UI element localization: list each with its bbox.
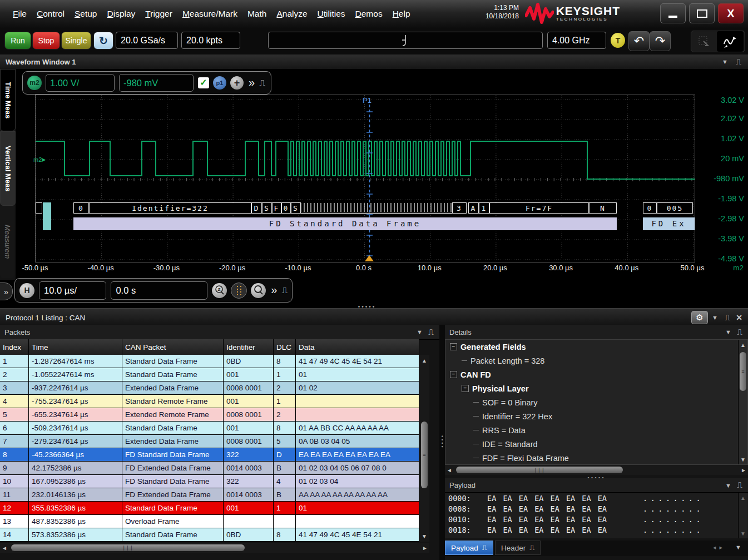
h-more-chevron[interactable]: »	[271, 284, 277, 296]
payload-scroll-up-icon[interactable]: ▲	[739, 493, 747, 502]
tree-item[interactable]: SOF = 0 Binary	[445, 395, 747, 409]
tab-payload[interactable]: Payload⎍	[445, 541, 493, 555]
menu-setup[interactable]: Setup	[75, 9, 97, 19]
column-header-data[interactable]: Data	[296, 339, 419, 355]
trigger-setup-button[interactable]: T	[611, 33, 625, 48]
table-row[interactable]: 11232.0146136 µsFD Extended Data Frame00…	[0, 488, 419, 502]
window-pin-icon[interactable]: ⎍	[736, 57, 741, 67]
protocol-pin-icon[interactable]: ⎍	[725, 313, 730, 323]
menu-measure-mark[interactable]: Measure/Mark	[182, 9, 237, 19]
tree-item[interactable]: Identifier = 322 Hex	[445, 409, 747, 423]
waveform-touch-button[interactable]	[717, 31, 744, 52]
details-hscroll-thumb[interactable]: | | |	[456, 467, 623, 473]
table-row[interactable]: 942.1752386 µsFD Extended Data Frame0014…	[0, 462, 419, 475]
packets-dropdown-icon[interactable]: ▼	[417, 329, 423, 335]
protocol-panel-header[interactable]: Protocol 1 Listing : CAN ⚙ ▼ ⎍ ✕	[0, 308, 748, 326]
clear-display-button[interactable]: ↻	[93, 32, 113, 49]
menu-file[interactable]: File	[13, 9, 27, 19]
minimize-button[interactable]	[660, 3, 686, 23]
tree-item[interactable]: IDE = Standard	[445, 437, 747, 451]
add-marker-button[interactable]: +	[230, 76, 244, 90]
table-row[interactable]: 14573.8352386 µsStandard Data Frame0BD84…	[0, 528, 419, 542]
restore-button[interactable]	[689, 3, 715, 23]
tab-nav-arrows[interactable]: ◂▸	[713, 544, 726, 551]
sample-rate-field[interactable]: 20.0 GSa/s	[116, 32, 178, 49]
h-pin-icon[interactable]: ⎍	[281, 285, 288, 295]
table-row[interactable]: 3-937.2247614 µsExtended Data Frame0008 …	[0, 381, 419, 395]
packets-vertical-scrollbar[interactable]: ▲ ≡ ▼	[419, 355, 429, 542]
column-header-dlc[interactable]: DLC	[274, 339, 296, 355]
zoom-z-button[interactable]: Z	[212, 283, 227, 298]
scroll-left-icon[interactable]: ◄	[0, 543, 9, 552]
search-button[interactable]	[251, 283, 266, 298]
packets-hscroll-thumb[interactable]: | | |	[11, 544, 245, 551]
column-header-identifier[interactable]: Identifier	[224, 339, 274, 355]
menu-control[interactable]: Control	[37, 9, 65, 19]
bandwidth-field[interactable]: 4.00 GHz	[547, 32, 606, 49]
run-button[interactable]: Run	[4, 32, 31, 49]
display-on-checkbox[interactable]: ✓	[198, 77, 209, 88]
table-row[interactable]: 7-279.2347614 µsExtended Data Frame0008 …	[0, 435, 419, 448]
tab-vertical-meas[interactable]: Vertical Meas	[0, 131, 16, 206]
horizontal-markers-button[interactable]	[231, 283, 247, 299]
table-row[interactable]: 5-655.2347614 µsExtended Remote Frame000…	[0, 408, 419, 422]
payload-vertical-scrollbar[interactable]: ▲ ▼	[738, 493, 747, 538]
tree-item[interactable]: Packet Length = 328	[445, 354, 747, 368]
timebase-position-field[interactable]: 0.0 s	[111, 281, 207, 300]
table-row[interactable]: 6-509.2347614 µsStandard Data Frame00180…	[0, 422, 419, 435]
details-scroll-left-icon[interactable]: ◄	[445, 465, 454, 474]
memory-depth-field[interactable]: 20.0 kpts	[181, 32, 240, 49]
details-scroll-thumb[interactable]: ≡	[740, 352, 746, 391]
scroll-right-icon[interactable]: ►	[420, 543, 429, 552]
trigger-position-bar[interactable]	[268, 32, 543, 49]
packets-horizontal-scrollbar[interactable]: ◄ | | | ►	[0, 543, 429, 553]
menu-demos[interactable]: Demos	[355, 9, 383, 19]
menu-display[interactable]: Display	[107, 9, 135, 19]
tree-collapse-icon[interactable]: −	[462, 385, 469, 392]
protocol-close-icon[interactable]: ✕	[736, 313, 742, 322]
tree-collapse-icon[interactable]: −	[450, 343, 457, 350]
tab-time-meas[interactable]: Time Meas	[0, 69, 16, 131]
details-dropdown-icon[interactable]: ▼	[725, 329, 731, 335]
payload-scroll-down-icon[interactable]: ▼	[739, 529, 747, 538]
menu-utilities[interactable]: Utilities	[318, 9, 345, 19]
single-button[interactable]: Single	[61, 32, 91, 49]
table-row[interactable]: 13487.8352386 µsOverload Frame	[0, 515, 419, 528]
stop-button[interactable]: Stop	[32, 32, 60, 49]
scroll-up-icon[interactable]: ▲	[420, 356, 429, 365]
tree-item[interactable]: RRS = Data	[445, 423, 747, 437]
details-pin-icon[interactable]: ⎍	[737, 328, 742, 337]
payload-pin-icon[interactable]: ⎍	[737, 480, 742, 490]
table-row[interactable]: 4-755.2347614 µsStandard Remote Frame001…	[0, 395, 419, 408]
table-row[interactable]: 1-1.2872647614 msStandard Data Frame0BD8…	[0, 355, 419, 368]
waveform-plot[interactable]: 0Identifier=322DSF0S3A1Fr=7FN0005FD Stan…	[35, 95, 695, 262]
details-scroll-right-icon[interactable]: ►	[739, 465, 748, 474]
channel-m2-button[interactable]: m2	[27, 76, 42, 90]
details-panel-titlebar[interactable]: Details ▼ ⎍	[445, 325, 748, 340]
tab-header[interactable]: Header⎍	[495, 541, 541, 555]
menu-math[interactable]: Math	[247, 9, 266, 19]
table-row[interactable]: 2-1.0552247614 msStandard Data Frame0011…	[0, 368, 419, 381]
marker-p1-button[interactable]: p1	[213, 76, 226, 90]
vertical-scale-field[interactable]: 1.00 V/	[46, 74, 115, 92]
tab-pin-icon[interactable]: ⎍	[482, 543, 487, 552]
column-header-time[interactable]: Time	[29, 339, 122, 355]
zone-touch-icon[interactable]	[691, 31, 717, 52]
more-controls-chevron[interactable]: »	[249, 76, 255, 89]
menu-help[interactable]: Help	[393, 9, 410, 19]
column-header-index[interactable]: Index	[0, 339, 29, 355]
table-row[interactable]: 8-45.2366364 µsFD Standard Data Frame322…	[0, 448, 419, 462]
packets-scroll-thumb[interactable]: ≡	[421, 422, 428, 488]
payload-panel-titlebar[interactable]: Payload ▼ ⎍	[445, 478, 748, 493]
channel-pin-icon[interactable]: ⎍	[259, 78, 265, 88]
redo-button[interactable]: ↷	[650, 31, 671, 51]
panel-splitter-vertical[interactable]: ••••	[439, 325, 445, 560]
trigger-time-marker[interactable]	[365, 255, 374, 261]
packets-pin-icon[interactable]: ⎍	[428, 328, 434, 337]
scroll-down-icon[interactable]: ▼	[420, 532, 429, 541]
tree-item[interactable]: −CAN FD	[445, 368, 747, 381]
menu-analyze[interactable]: Analyze	[276, 9, 307, 19]
close-button[interactable]: X	[718, 3, 744, 23]
tab-pin-icon[interactable]: ⎍	[529, 543, 534, 552]
protocol-settings-button[interactable]: ⚙	[691, 311, 708, 324]
